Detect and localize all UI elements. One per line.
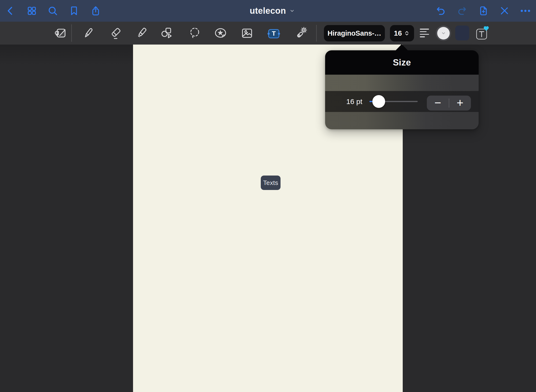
- heart-icon: [484, 26, 489, 31]
- pen-tool[interactable]: [82, 27, 95, 40]
- chevron-down-icon: [441, 31, 446, 36]
- selection-handle-left: [268, 33, 270, 35]
- lasso-icon: [188, 27, 201, 40]
- text-color-button[interactable]: [436, 26, 451, 41]
- share-icon: [90, 5, 101, 17]
- top-navigation-bar: utelecon: [0, 0, 536, 22]
- undo-icon: [436, 5, 446, 17]
- elements-tool[interactable]: [214, 27, 227, 40]
- color-swatch: [437, 27, 450, 39]
- image-tool[interactable]: [241, 27, 254, 40]
- toolbar-divider: [71, 24, 72, 42]
- ellipsis-icon: [520, 5, 531, 17]
- bookmark-button[interactable]: [69, 6, 79, 16]
- size-control-row: 16 pt − +: [325, 91, 479, 112]
- stylus-off-button[interactable]: [499, 6, 510, 16]
- add-page-button[interactable]: [478, 6, 489, 16]
- back-button[interactable]: [5, 6, 16, 16]
- pen-icon: [82, 27, 95, 40]
- chevron-up-down-icon: [403, 30, 410, 37]
- highlighter-tool[interactable]: [135, 27, 148, 40]
- tool-bar: T HiraginoSans-… 16: [0, 22, 536, 45]
- increase-size-button[interactable]: +: [449, 96, 471, 111]
- text-tool-glyph: T: [272, 30, 276, 37]
- font-family-label: HiraginoSans-…: [328, 29, 381, 37]
- decrease-size-button[interactable]: −: [427, 96, 449, 111]
- share-button[interactable]: [90, 6, 101, 16]
- page-thumbnails-button[interactable]: [27, 6, 37, 16]
- active-control-highlight: [455, 26, 469, 40]
- image-icon: [241, 27, 254, 40]
- size-stepper: − +: [427, 96, 471, 111]
- highlighter-icon: [135, 27, 148, 40]
- search-button[interactable]: [47, 6, 58, 16]
- chevron-left-icon: [5, 5, 16, 17]
- popover-title: Size: [393, 58, 411, 68]
- document-title-button[interactable]: utelecon: [250, 0, 295, 22]
- lasso-tool[interactable]: [188, 27, 201, 40]
- font-size-value: 16: [394, 29, 402, 37]
- paper-mode-tool[interactable]: [54, 27, 67, 40]
- text-tool-selected[interactable]: T: [268, 29, 279, 38]
- redo-icon: [457, 5, 467, 17]
- chevron-down-icon: [289, 8, 295, 13]
- bookmark-icon: [69, 5, 79, 17]
- more-button[interactable]: [520, 6, 531, 16]
- text-favorites-button[interactable]: [475, 26, 490, 41]
- align-line: [420, 36, 425, 37]
- app-window: utelecon T: [0, 0, 536, 392]
- align-line: [420, 31, 427, 32]
- popover-header: Size: [325, 50, 479, 75]
- popover-band: [325, 75, 479, 91]
- text-object[interactable]: Texts: [261, 176, 281, 190]
- shapes-tool[interactable]: [160, 27, 173, 40]
- text-favorite-icon: [475, 26, 490, 41]
- search-icon: [47, 5, 58, 17]
- add-page-icon: [478, 5, 489, 17]
- size-popover: Size 16 pt − +: [325, 50, 479, 129]
- font-size-button[interactable]: 16: [390, 25, 414, 41]
- toolbar-divider: [316, 25, 317, 42]
- paper-pen-icon: [54, 27, 67, 40]
- text-align-button[interactable]: [420, 29, 429, 37]
- shapes-icon: [160, 27, 173, 40]
- grid-icon: [27, 5, 37, 17]
- font-family-button[interactable]: HiraginoSans-…: [324, 25, 385, 41]
- sticker-star-icon: [214, 27, 227, 40]
- align-line: [420, 29, 429, 30]
- undo-button[interactable]: [436, 6, 446, 16]
- selection-handle-right: [278, 33, 280, 35]
- wand-icon: [294, 27, 307, 40]
- size-slider-knob[interactable]: [372, 95, 385, 108]
- stylus-off-icon: [499, 5, 510, 17]
- align-line: [420, 34, 429, 35]
- page-title: utelecon: [250, 6, 286, 16]
- redo-button[interactable]: [457, 6, 467, 16]
- eraser-tool[interactable]: [109, 27, 122, 40]
- size-value-label: 16 pt: [340, 91, 369, 112]
- laser-wand-tool[interactable]: [294, 27, 307, 40]
- popover-band: [325, 112, 479, 129]
- eraser-icon: [109, 27, 122, 40]
